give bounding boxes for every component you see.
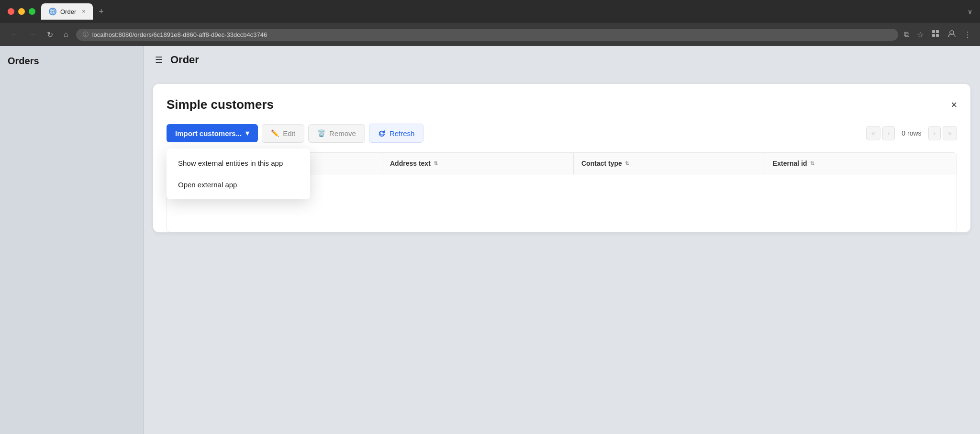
last-page-button[interactable]: » [943,126,957,140]
svg-rect-2 [936,30,939,33]
sidebar: Orders [0,46,144,434]
extensions-button[interactable] [930,28,941,41]
menu-button[interactable]: ⋮ [963,29,972,40]
address-bar[interactable]: ⓘ localhost:8080/orders/6c1891e8-d860-af… [76,29,898,41]
import-label: Import customers... [175,129,242,137]
chevron-down-icon: ▾ [245,129,249,137]
sidebar-title: Orders [8,56,135,67]
profile-button[interactable] [947,28,957,41]
refresh-icon [378,129,386,137]
sort-icon: ⇅ [625,160,629,167]
dropdown-item-external-entities[interactable]: Show external entities in this app [167,152,310,174]
security-icon: ⓘ [83,31,89,39]
first-page-button[interactable]: « [866,126,880,140]
simple-customers-card: Simple customers × Import customers... ▾… [153,84,970,232]
pagination: « ‹ 0 rows › » [866,126,957,140]
sort-icon: ⇅ [434,160,438,167]
remove-label: Remove [329,129,356,137]
tab-close-button[interactable]: × [82,8,85,15]
toolbar: Import customers... ▾ Show external enti… [167,124,957,143]
tab-favicon [49,8,56,15]
svg-rect-4 [936,34,939,37]
back-button[interactable]: ← [8,28,21,41]
titlebar: Order × + ∨ [0,0,980,23]
main-content: ☰ Order Simple customers × Import custom… [144,46,980,434]
edit-label: Edit [283,129,295,137]
tab-bar: Order × + [41,3,962,20]
refresh-button[interactable]: Refresh [369,124,424,143]
minimize-window-button[interactable] [18,8,25,15]
hamburger-icon[interactable]: ☰ [155,55,163,65]
reload-button[interactable]: ↻ [44,28,56,41]
app-layout: Orders ☰ Order Simple customers × Import… [0,46,980,434]
edit-button[interactable]: ✏️ Edit [262,124,304,143]
external-id-header[interactable]: External id ⇅ [765,153,957,174]
address-text-header[interactable]: Address text ⇅ [382,153,574,174]
card-title: Simple customers [167,97,274,112]
svg-rect-3 [932,34,935,37]
card-header: Simple customers × [167,97,957,112]
next-page-button[interactable]: › [928,126,941,140]
prev-page-button[interactable]: ‹ [882,126,895,140]
browser-chrome: Order × + ∨ ← → ↻ ⌂ ⓘ localhost:8080/ord… [0,0,980,46]
active-tab[interactable]: Order × [41,3,93,20]
new-tab-button[interactable]: + [95,5,108,19]
close-window-button[interactable] [8,8,14,15]
import-customers-button[interactable]: Import customers... ▾ [167,124,258,142]
import-dropdown-menu: Show external entities in this app Open … [167,148,310,199]
bookmark-button[interactable]: ☆ [916,29,924,40]
sort-icon: ⇅ [810,160,814,167]
refresh-label: Refresh [390,129,415,137]
trash-icon: 🗑️ [317,129,325,137]
dropdown-item-open-external-app[interactable]: Open external app [167,174,310,195]
rows-count: 0 rows [897,129,926,137]
url-text: localhost:8080/orders/6c1891e8-d860-aff8… [92,31,267,38]
main-title: Order [170,54,199,66]
remove-button[interactable]: 🗑️ Remove [308,124,365,143]
navbar: ← → ↻ ⌂ ⓘ localhost:8080/orders/6c1891e8… [0,23,980,46]
main-header: ☰ Order [144,46,980,74]
nav-action-buttons: ⧉ ☆ ⋮ [903,28,972,41]
contact-type-header[interactable]: Contact type ⇅ [574,153,765,174]
traffic-lights [8,8,35,15]
home-button[interactable]: ⌂ [61,28,71,41]
screenshot-button[interactable]: ⧉ [903,29,910,40]
forward-button[interactable]: → [26,28,39,41]
tab-label: Order [60,8,76,15]
edit-icon: ✏️ [271,129,279,137]
svg-rect-1 [932,30,935,33]
expand-button[interactable]: ∨ [968,8,972,15]
maximize-window-button[interactable] [29,8,35,15]
card-close-button[interactable]: × [951,100,957,110]
